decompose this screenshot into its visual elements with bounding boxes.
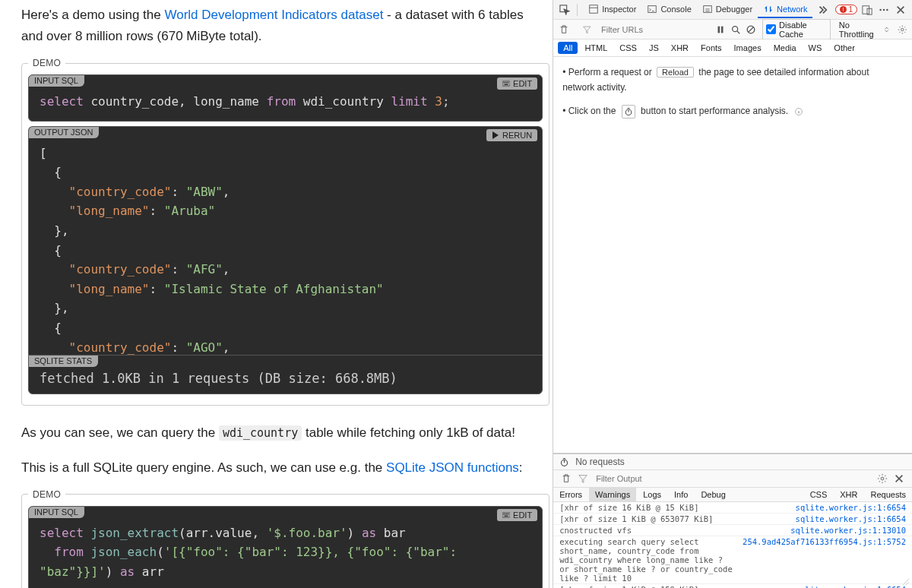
- svg-rect-13: [590, 5, 598, 13]
- console-toggle-requests[interactable]: Requests: [865, 488, 912, 501]
- disable-cache-input[interactable]: [766, 24, 776, 34]
- type-filter-js[interactable]: JS: [644, 42, 664, 54]
- console-source-link[interactable]: 254.9ad425af716133ff6954.js:1:5752: [743, 537, 906, 583]
- edit-button[interactable]: EDIT: [497, 77, 537, 90]
- inline-code-wdi: wdi_country: [219, 425, 302, 441]
- demo-block-2: DEMO INPUT SQL EDIT select json_extract(…: [21, 489, 549, 588]
- block-icon[interactable]: [746, 24, 756, 35]
- type-filter-all[interactable]: All: [558, 42, 578, 54]
- console-output[interactable]: [xhr of size 16 KiB @ 15 KiB]sqlite.work…: [553, 502, 912, 588]
- devtools-tab-inspector[interactable]: Inspector: [583, 2, 641, 18]
- wdi-link[interactable]: World Development Indicators dataset: [164, 8, 383, 22]
- svg-rect-18: [863, 5, 869, 14]
- network-controls-row: Disable Cache No Throttling: [553, 20, 912, 40]
- gear-icon[interactable]: [898, 24, 907, 35]
- console-line: [xhr of size 1 KiB @ 159 KiB]sqlite.work…: [553, 584, 912, 588]
- type-filter-html[interactable]: HTML: [579, 42, 613, 54]
- edit-label: EDIT: [513, 79, 532, 88]
- devtools-toolbar: InspectorConsoleDebuggerNetwork !1: [553, 0, 912, 20]
- svg-rect-23: [718, 26, 720, 33]
- devtools-pane: InspectorConsoleDebuggerNetwork !1 Disab…: [553, 0, 912, 588]
- edit-label: EDIT: [513, 511, 532, 520]
- stopwatch-icon[interactable]: [559, 457, 569, 467]
- console-source-link[interactable]: sqlite.worker.js:1:6654: [796, 503, 906, 512]
- close-drawer-icon[interactable]: [892, 472, 906, 485]
- svg-rect-11: [505, 515, 508, 516]
- type-filter-xhr[interactable]: XHR: [666, 42, 694, 54]
- devtools-tab-console[interactable]: Console: [641, 2, 696, 18]
- funnel-icon: [578, 473, 588, 484]
- json-output[interactable]: [ { "country_code": "ABW", "long_name": …: [29, 127, 542, 355]
- stopwatch-button[interactable]: [622, 105, 635, 119]
- sql-code-2[interactable]: select json_extract(arr.value, '$.foo.ba…: [29, 507, 542, 588]
- demo-block-1: DEMO INPUT SQL EDIT select country_code,…: [21, 58, 549, 406]
- console-tab-debug[interactable]: Debug: [695, 488, 731, 501]
- edit-button-2[interactable]: EDIT: [497, 509, 537, 521]
- console-source-link[interactable]: sqlite.worker.js:1:6654: [796, 585, 906, 588]
- sql-code[interactable]: select country_code, long_name from wdi_…: [29, 75, 542, 121]
- console-source-link[interactable]: sqlite.worker.js:1:6654: [796, 514, 906, 523]
- kebab-menu-icon[interactable]: [877, 3, 891, 17]
- type-filter-images[interactable]: Images: [729, 42, 767, 54]
- type-filter-css[interactable]: CSS: [614, 42, 642, 54]
- output-json-box: OUTPUT JSON RERUN [ { "country_code": "A…: [28, 126, 543, 355]
- input-sql-box-2: INPUT SQL EDIT select json_extract(arr.v…: [28, 506, 543, 588]
- svg-rect-5: [505, 84, 508, 85]
- text: Click on the: [568, 106, 616, 116]
- caret-updown-icon: [884, 27, 889, 33]
- console-line: [xhr of size 1 KiB @ 653077 KiB]sqlite.w…: [553, 514, 912, 525]
- text: Perform a request or: [568, 67, 652, 77]
- trash-icon[interactable]: [559, 472, 573, 485]
- sqlite-json-link[interactable]: SQLite JSON functions: [386, 460, 519, 475]
- article-pane: Here's a demo using the World Developmen…: [0, 0, 553, 588]
- info-icon[interactable]: [794, 107, 803, 116]
- devtools-tab-debugger[interactable]: Debugger: [697, 2, 758, 18]
- type-filter-ws[interactable]: WS: [803, 42, 828, 54]
- console-tab-warnings[interactable]: Warnings: [589, 488, 636, 501]
- paragraph-3: This is a full SQLite query engine. As s…: [21, 457, 553, 479]
- type-filter-fonts[interactable]: Fonts: [695, 42, 727, 54]
- output-json-label: OUTPUT JSON: [28, 126, 99, 138]
- trash-icon[interactable]: [558, 23, 570, 36]
- console-line: [xhr of size 16 KiB @ 15 KiB]sqlite.work…: [553, 502, 912, 514]
- console-tab-errors[interactable]: Errors: [553, 488, 588, 501]
- console-tab-info[interactable]: Info: [668, 488, 694, 501]
- more-tabs-icon[interactable]: [815, 3, 829, 17]
- svg-rect-2: [505, 82, 505, 83]
- svg-rect-9: [506, 514, 507, 514]
- console-filter-row: [553, 470, 912, 488]
- console-source-link[interactable]: sqlite.worker.js:1:13010: [790, 526, 906, 535]
- svg-rect-7: [503, 514, 504, 514]
- pause-icon[interactable]: [715, 24, 726, 35]
- reload-button[interactable]: Reload: [657, 67, 694, 77]
- no-requests-row: No requests: [553, 454, 912, 470]
- close-devtools-icon[interactable]: [894, 3, 907, 17]
- svg-point-20: [879, 8, 881, 10]
- text: This is a full SQLite query engine. As s…: [21, 460, 386, 475]
- console-toggle-xhr[interactable]: XHR: [834, 488, 863, 501]
- filter-output-input[interactable]: [593, 473, 872, 485]
- rerun-button[interactable]: RERUN: [486, 129, 537, 141]
- console-tab-logs[interactable]: Logs: [637, 488, 667, 501]
- throttling-select[interactable]: No Throttling: [837, 19, 892, 40]
- resize-handle-icon[interactable]: [900, 576, 910, 586]
- type-filter-other[interactable]: Other: [828, 42, 860, 54]
- console-toggle-css[interactable]: CSS: [804, 488, 834, 501]
- type-filter-media[interactable]: Media: [768, 42, 802, 54]
- search-icon[interactable]: [730, 24, 741, 35]
- console-tabs: ErrorsWarningsLogsInfoDebugCSSXHRRequest…: [553, 488, 912, 502]
- responsive-mode-icon[interactable]: [860, 3, 874, 17]
- input-sql-label: INPUT SQL: [28, 74, 84, 87]
- svg-rect-10: [508, 514, 508, 514]
- gear-icon[interactable]: [877, 473, 888, 484]
- devtools-tab-network[interactable]: Network: [758, 2, 812, 18]
- text: table while fetching only 1kB of data!: [306, 425, 515, 440]
- sqlite-stats-label: SQLITE STATS: [28, 355, 98, 367]
- no-requests-text: No requests: [575, 457, 625, 467]
- filter-urls-input[interactable]: [598, 24, 709, 36]
- keyboard-icon: [502, 80, 510, 87]
- input-sql-box: INPUT SQL EDIT select country_code, long…: [28, 74, 543, 122]
- disable-cache-checkbox[interactable]: Disable Cache: [762, 19, 831, 40]
- pick-element-icon[interactable]: [558, 3, 572, 17]
- error-count-badge[interactable]: !1: [835, 5, 857, 14]
